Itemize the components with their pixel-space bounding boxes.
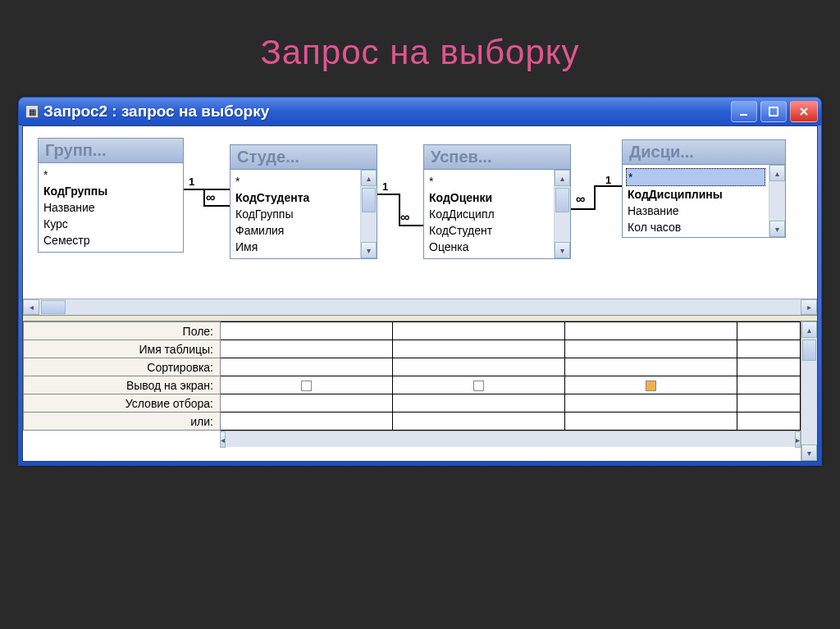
svg-rect-0 — [740, 114, 747, 116]
row-label: или: — [24, 412, 221, 431]
scroll-down-icon[interactable]: ▾ — [801, 444, 817, 461]
scrollbar[interactable]: ▴ ▾ — [769, 165, 785, 237]
row-label: Имя таблицы: — [24, 340, 221, 358]
scroll-down-icon[interactable]: ▾ — [555, 242, 570, 258]
window-title: Запрос2 : запрос на выборку — [43, 103, 731, 121]
relation-one: 1 — [382, 180, 388, 193]
table-header[interactable]: Дисци... — [623, 140, 785, 165]
relation-one: 1 — [605, 174, 611, 186]
design-grid[interactable]: Поле: Имя таблицы: Сортировка: Вывод на … — [23, 321, 801, 431]
field-item[interactable]: * — [235, 173, 355, 189]
field-list[interactable]: * КодДисциплины Название Кол часов — [623, 165, 769, 237]
scroll-track[interactable] — [361, 186, 377, 242]
query-designer-window: ▦ Запрос2 : запрос на выборку Групп... * — [18, 97, 822, 466]
show-checkbox[interactable] — [473, 381, 484, 391]
field-item[interactable]: КодГруппы — [235, 206, 355, 222]
minimize-button[interactable] — [731, 101, 757, 122]
table-box-discipline[interactable]: Дисци... * КодДисциплины Название Кол ча… — [622, 139, 786, 238]
scroll-left-icon[interactable]: ◂ — [23, 299, 39, 315]
client-area: Групп... * КодГруппы Название Курс Семес… — [22, 125, 818, 462]
scroll-down-icon[interactable]: ▾ — [361, 242, 377, 258]
field-list[interactable]: * КодГруппы Название Курс Семестр — [39, 163, 183, 252]
grid-hscroll[interactable]: ◂ ▸ — [220, 431, 801, 447]
scroll-track[interactable] — [39, 299, 801, 315]
scroll-track[interactable] — [801, 338, 817, 444]
table-header[interactable]: Студе... — [231, 145, 377, 170]
row-label: Условие отбора: — [24, 394, 221, 412]
maximize-button[interactable] — [760, 101, 787, 122]
grid-row-table[interactable]: Имя таблицы: — [24, 340, 801, 358]
field-item[interactable]: Курс — [43, 216, 178, 232]
scroll-down-icon[interactable]: ▾ — [769, 221, 785, 237]
svg-rect-1 — [769, 107, 778, 116]
scroll-right-icon[interactable]: ▸ — [795, 431, 801, 448]
table-box-progress[interactable]: Успев... * КодОценки КодДисципл КодСтуде… — [423, 144, 571, 259]
field-list[interactable]: * КодОценки КодДисципл КодСтудент Оценка — [424, 170, 554, 258]
field-item[interactable]: КодСтудент — [429, 222, 549, 239]
close-button[interactable] — [790, 101, 818, 122]
relationship-pane[interactable]: Групп... * КодГруппы Название Курс Семес… — [23, 126, 817, 299]
titlebar[interactable]: ▦ Запрос2 : запрос на выборку — [19, 98, 821, 125]
relation-line — [571, 208, 596, 210]
show-checkbox[interactable] — [301, 381, 312, 391]
scrollbar[interactable]: ▴ ▾ — [360, 170, 377, 258]
field-item[interactable]: КодОценки — [429, 189, 549, 206]
relation-many: ∞ — [400, 210, 409, 225]
field-item[interactable]: * — [43, 166, 178, 183]
pane-splitter[interactable] — [23, 315, 817, 321]
scroll-right-icon[interactable]: ▸ — [801, 299, 817, 315]
field-list[interactable]: * КодСтудента КодГруппы Фамилия Имя — [231, 170, 360, 258]
row-label: Сортировка: — [24, 358, 221, 376]
field-item[interactable]: КодДисципл — [429, 206, 549, 222]
scroll-up-icon[interactable]: ▴ — [801, 321, 817, 338]
field-item[interactable]: Кол часов — [628, 219, 764, 235]
scroll-up-icon[interactable]: ▴ — [769, 165, 785, 181]
scroll-left-icon[interactable]: ◂ — [220, 431, 226, 448]
relation-many: ∞ — [206, 190, 215, 205]
grid-row-criteria[interactable]: Условие отбора: — [24, 394, 801, 412]
field-item[interactable]: * — [626, 168, 765, 186]
relation-line — [377, 194, 400, 195]
relation-line — [594, 185, 596, 210]
window-icon: ▦ — [25, 105, 39, 118]
scroll-track[interactable] — [555, 186, 570, 242]
field-item[interactable]: Название — [628, 203, 764, 219]
table-box-group[interactable]: Групп... * КодГруппы Название Курс Семес… — [38, 138, 184, 253]
relation-line — [399, 225, 423, 226]
grid-row-or[interactable]: или: — [24, 412, 801, 431]
slide-title: Запрос на выборку — [0, 0, 840, 97]
scroll-up-icon[interactable]: ▴ — [361, 170, 377, 186]
relation-line — [203, 205, 230, 207]
grid-row-show[interactable]: Вывод на экран: — [24, 376, 801, 394]
field-item[interactable]: КодГруппы — [43, 183, 178, 199]
scroll-up-icon[interactable]: ▴ — [555, 170, 570, 186]
rel-pane-hscroll[interactable]: ◂ ▸ — [23, 299, 817, 315]
scroll-track[interactable] — [769, 181, 785, 221]
relation-one: 1 — [189, 175, 194, 188]
table-header[interactable]: Групп... — [39, 139, 183, 163]
table-box-student[interactable]: Студе... * КодСтудента КодГруппы Фамилия… — [230, 144, 377, 259]
field-item[interactable]: КодСтудента — [235, 189, 355, 206]
design-grid-pane: Поле: Имя таблицы: Сортировка: Вывод на … — [23, 321, 817, 461]
row-label: Поле: — [24, 322, 221, 340]
field-item[interactable]: Фамилия — [235, 222, 355, 239]
field-item[interactable]: Название — [43, 199, 178, 216]
relation-line — [203, 189, 205, 205]
scroll-track[interactable] — [226, 431, 795, 447]
grid-row-field[interactable]: Поле: — [24, 322, 801, 340]
relation-line — [594, 185, 622, 187]
row-label: Вывод на экран: — [24, 376, 221, 394]
field-item[interactable]: Оценка — [429, 239, 549, 255]
show-checkbox[interactable] — [646, 381, 656, 391]
field-item[interactable]: КодДисциплины — [628, 186, 764, 203]
grid-row-sort[interactable]: Сортировка: — [24, 358, 801, 376]
scrollbar[interactable]: ▴ ▾ — [554, 170, 570, 258]
field-item[interactable]: Имя — [235, 239, 355, 255]
table-header[interactable]: Успев... — [424, 145, 570, 170]
relation-many: ∞ — [576, 192, 585, 207]
field-item[interactable]: * — [429, 173, 549, 189]
grid-vscroll[interactable]: ▴ ▾ — [801, 321, 817, 461]
field-item[interactable]: Семестр — [43, 232, 178, 248]
